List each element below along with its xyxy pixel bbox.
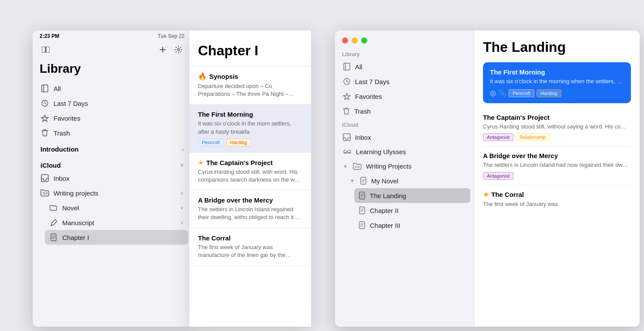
bridge-title: A Bridge over the Mercy	[483, 152, 631, 159]
bridge-header: A Bridge over the Mercy	[198, 196, 302, 204]
toolbar-right	[157, 44, 184, 56]
chapter-doc-icon-landing	[359, 192, 366, 199]
bridge-excerpt: The settlers in Lincoln Island had now r…	[483, 161, 631, 169]
tag-antagonist-2: Antagonist	[483, 172, 513, 180]
svg-point-13	[355, 166, 357, 168]
chapter-doc-icon-2	[359, 206, 366, 214]
library-nav-list: All Last 7 Days Favorites	[33, 81, 191, 140]
star-icon	[40, 114, 49, 122]
right-nav-my-novel[interactable]: ▼ My Novel	[345, 173, 470, 188]
synopsis-item[interactable]: 🔥 Synopsis Departure decided upon – Co P…	[189, 66, 311, 105]
chapter-title-header: Chapter I	[198, 43, 302, 59]
content-item-captains-project[interactable]: The Captain's Project Cyrus Harding stoo…	[483, 108, 631, 147]
introduction-section-header[interactable]: Introduction ›	[33, 140, 191, 155]
minimize-button[interactable]	[352, 37, 358, 44]
tag-antagonist-1: Antagonist	[483, 133, 513, 141]
svg-rect-3	[42, 85, 48, 92]
right-icloud-label: iCloud	[335, 118, 474, 130]
circle-progress-icon: ◎	[490, 89, 496, 97]
right-nav-chapter2[interactable]: Chapter II	[354, 203, 470, 218]
paperclip-icon: 📎	[499, 90, 506, 97]
my-novel-expand-icon: ▼	[350, 178, 355, 183]
star-icon-captains: ★	[198, 159, 204, 166]
nav-item-last7days[interactable]: Last 7 Days	[36, 96, 188, 111]
content-item-corral[interactable]: ★ The Corral The first week of January w…	[483, 186, 631, 213]
sidebar-item-manuscript[interactable]: Manuscript ∨	[45, 215, 188, 230]
star-icon-right	[343, 92, 351, 100]
right-nav-last7[interactable]: Last 7 Days	[339, 74, 470, 89]
folder-icon	[40, 189, 49, 197]
folder-small-icon	[49, 203, 58, 212]
right-nav-favorites[interactable]: Favorites	[339, 89, 470, 104]
chapter-item-bridge[interactable]: A Bridge over the Mercy The settlers in …	[189, 190, 311, 228]
right-nav-the-landing[interactable]: The Landing	[354, 188, 470, 203]
writing-projects-expand-icon: ▼	[343, 164, 348, 169]
novel-chevron-icon: ∨	[180, 205, 184, 211]
close-button[interactable]	[342, 37, 348, 44]
right-nav-trash[interactable]: Trash	[339, 104, 470, 118]
first-morning-card-tags: Pencroft Harding	[509, 89, 561, 97]
svg-rect-0	[42, 47, 45, 53]
nav-item-trash[interactable]: Trash	[36, 125, 188, 140]
bridge-tags: Antagonist	[483, 172, 631, 180]
svg-point-2	[178, 49, 180, 51]
icloud-section-header[interactable]: iCloud ∨	[33, 156, 191, 171]
captains-project-tags: Antagonist Relationship	[483, 133, 631, 141]
tag-harding: Harding	[226, 138, 251, 146]
sidebar-item-writing-projects[interactable]: Writing projects ∨	[36, 186, 188, 200]
content-item-bridge[interactable]: A Bridge over the Mercy The settlers in …	[483, 147, 631, 185]
right-nav-inbox[interactable]: Inbox	[339, 130, 470, 145]
right-icloud-nav: Inbox Learning Ulysses ▼	[335, 130, 474, 233]
corral-excerpt: The first week of January was	[483, 200, 631, 208]
inbox-icon-right	[343, 133, 351, 141]
right-nav-all[interactable]: All	[339, 59, 470, 74]
right-nav-writing-projects[interactable]: ▼ Writing Projects	[339, 159, 470, 173]
clock-icon-right	[343, 78, 351, 85]
sidebar-toggle-button[interactable]	[40, 44, 52, 56]
settings-button[interactable]	[172, 44, 184, 56]
captains-project-title: The Captain's Project	[483, 114, 631, 121]
middle-header: Chapter I	[189, 30, 311, 66]
right-content-title: The Landing	[483, 39, 631, 55]
right-nav-chapter3[interactable]: Chapter III	[354, 218, 470, 233]
add-button[interactable]	[157, 44, 169, 56]
status-bar: 2:23 PM Tue Sep 22	[33, 30, 191, 41]
svg-rect-1	[46, 47, 50, 53]
sidebar-item-inbox[interactable]: Inbox	[36, 171, 188, 186]
right-nav-learning[interactable]: Learning Ulysses	[339, 145, 470, 159]
first-morning-tags: Pencroft Harding	[198, 138, 302, 146]
introduction-chevron-icon: ›	[182, 147, 184, 152]
chapter-item-corral[interactable]: The Corral The first week of January was…	[189, 228, 311, 266]
library-title: Library	[33, 60, 191, 81]
content-card-first-morning[interactable]: The First Morning It was six o'clock in …	[483, 62, 631, 103]
chapter-item-captains-project[interactable]: ★ The Captain's Project Cyrus Harding st…	[189, 153, 311, 190]
inbox-icon	[40, 174, 49, 182]
chapter-item-first-morning[interactable]: The First Morning It was six o'clock in …	[189, 105, 311, 152]
butterfly-icon	[343, 149, 352, 155]
nav-item-favorites[interactable]: Favorites	[36, 111, 188, 125]
flame-icon: 🔥	[198, 72, 207, 81]
tag-pencroft: Pencroft	[198, 138, 224, 146]
captains-project-excerpt: Cyrus Harding stood still, without sayin…	[483, 123, 631, 131]
sidebar-item-novel[interactable]: Novel ∨	[45, 200, 188, 215]
icloud-section: iCloud ∨ Inbox	[33, 156, 191, 245]
nav-item-all[interactable]: All	[36, 81, 188, 96]
maximize-button[interactable]	[361, 37, 367, 44]
writing-projects-folder-icon	[353, 163, 362, 170]
sidebar-item-chapter1[interactable]: Chapter I	[45, 230, 188, 245]
right-library-label: Library	[335, 48, 474, 59]
tag-harding-blue: Harding	[537, 89, 561, 97]
left-toolbar	[33, 41, 191, 60]
book-icon	[40, 84, 49, 93]
trash-icon	[40, 128, 49, 137]
middle-panel: Chapter I 🔥 Synopsis Departure decided u…	[189, 30, 311, 327]
tag-relationship: Relationship	[516, 133, 550, 141]
novel-container: Novel ∨ Manuscript ∨	[36, 200, 188, 245]
svg-point-12	[358, 166, 359, 168]
manuscript-chevron-icon: ∨	[180, 220, 184, 226]
captains-project-header: ★ The Captain's Project	[198, 159, 302, 166]
clock-icon	[40, 99, 49, 108]
first-morning-header: The First Morning	[198, 111, 302, 118]
novel-doc-icon	[360, 177, 367, 185]
chapter-list: 🔥 Synopsis Departure decided upon – Co P…	[189, 66, 311, 266]
